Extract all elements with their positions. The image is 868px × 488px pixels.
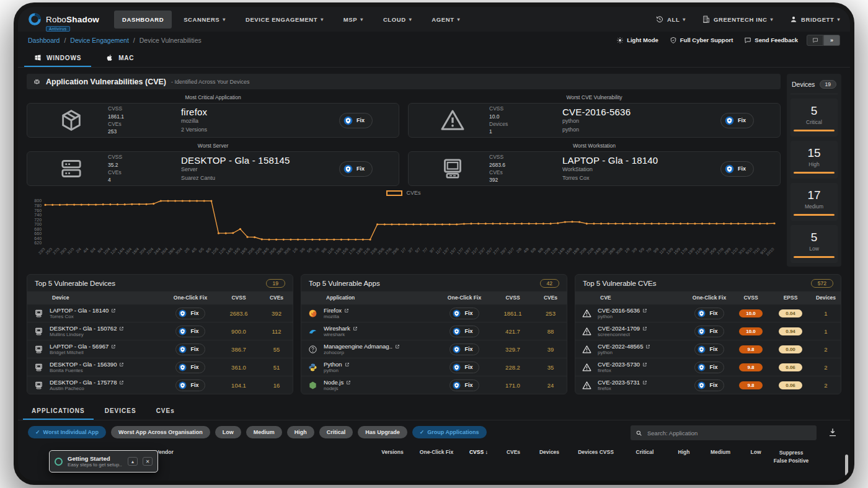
summary-card-icon-wrap — [35, 108, 108, 133]
filter-chip-worst-individual-app[interactable]: ✓Worst Individual App — [28, 426, 106, 438]
nav-item-scanners[interactable]: SCANNERS▾ — [175, 11, 234, 29]
brand-logo[interactable]: RoboShadow Antivirus — [28, 12, 99, 26]
filter-chip-has-upgrade[interactable]: Has Upgrade — [358, 426, 407, 438]
fix-button[interactable]: Fix — [175, 308, 205, 319]
fix-button[interactable]: Fix — [720, 161, 754, 177]
external-icon[interactable] — [344, 308, 349, 313]
nav-item-dashboard[interactable]: DASHBOARD — [114, 11, 172, 29]
nav-item-device-engagement[interactable]: DEVICE ENGAGEMENT▾ — [237, 11, 332, 29]
external-icon[interactable] — [345, 362, 350, 367]
fix-button[interactable]: Fix — [694, 326, 724, 337]
collapse-popup-button[interactable]: ▲ — [128, 457, 138, 466]
external-icon[interactable] — [353, 326, 358, 331]
external-icon[interactable] — [346, 380, 351, 385]
fix-button[interactable]: Fix — [450, 308, 479, 319]
fix-button[interactable]: Fix — [175, 344, 205, 355]
tab-windows[interactable]: WINDOWS — [24, 48, 91, 67]
column-header-cvss[interactable]: CVSS ↓ — [461, 449, 497, 455]
action-full-cyber-support[interactable]: Full Cyber Support — [670, 37, 733, 44]
filter-chip-medium[interactable]: Medium — [246, 426, 282, 438]
column-header-medium[interactable]: Medium — [701, 449, 740, 455]
column-header-versions[interactable]: Versions — [373, 449, 412, 455]
nav-menu-bridgett[interactable]: BRIDGETT▾ — [789, 12, 840, 26]
column-header-devices-cvss[interactable]: Devices CVSS — [569, 449, 623, 455]
fix-button[interactable]: Fix — [694, 379, 724, 391]
nav-menu-greentech-inc[interactable]: GREENTECH INC▾ — [702, 12, 773, 26]
panel-count-badge[interactable]: 42 — [540, 279, 559, 288]
devices-count-badge[interactable]: 19 — [820, 80, 836, 89]
scrollbar-thumb[interactable] — [845, 455, 848, 476]
external-icon[interactable] — [119, 362, 124, 367]
nav-item-cloud[interactable]: CLOUD▾ — [375, 11, 420, 29]
download-icon[interactable] — [828, 427, 838, 437]
fix-button[interactable]: Fix — [450, 344, 479, 355]
filter-chip-high[interactable]: High — [287, 426, 314, 438]
filter-chip-group-applications[interactable]: ✓Group Applications — [412, 426, 487, 438]
external-icon[interactable] — [642, 326, 647, 331]
panel-top-5-vulnerable-cves: Top 5 Vulnerable CVEs572CVEOne-Click Fix… — [575, 274, 841, 394]
nav-item-agent[interactable]: AGENT▾ — [423, 11, 468, 29]
column-header-high[interactable]: High — [666, 449, 701, 455]
filter-chip-low[interactable]: Low — [215, 426, 241, 438]
fix-button[interactable]: Fix — [720, 113, 754, 128]
fix-button[interactable]: Fix — [694, 344, 724, 355]
column-header-cves[interactable]: CVEs — [497, 449, 530, 455]
breadcrumb-device-engagement[interactable]: Device Engagement — [70, 37, 129, 44]
severity-card-medium[interactable]: 17Medium — [790, 183, 838, 221]
fix-button[interactable]: Fix — [175, 326, 205, 337]
svg-text:7/10: 7/10 — [752, 246, 761, 255]
external-icon[interactable] — [119, 380, 124, 385]
fix-button[interactable]: Fix — [339, 161, 373, 177]
fix-button[interactable]: Fix — [339, 113, 373, 128]
fix-button[interactable]: Fix — [450, 362, 479, 373]
fix-button[interactable]: Fix — [694, 308, 724, 319]
filter-chip-worst-app-across-organisation[interactable]: Worst App Across Organisation — [111, 426, 210, 438]
column-header-critical[interactable]: Critical — [623, 449, 666, 455]
tab-mac[interactable]: MAC — [96, 48, 144, 67]
column-header-low[interactable]: Low — [740, 449, 772, 455]
summary-card-stats: CVSS2683.6CVEs392 — [489, 153, 562, 184]
breadcrumb-dashboard[interactable]: Dashboard — [28, 37, 60, 44]
tab-cves[interactable]: CVEs — [148, 402, 184, 420]
filter-chip-critical[interactable]: Critical — [319, 426, 353, 438]
external-icon[interactable] — [642, 308, 647, 313]
severity-card-low[interactable]: 5Low — [790, 225, 838, 263]
fix-button[interactable]: Fix — [175, 362, 205, 373]
column-header-one-click-fix[interactable]: One-Click Fix — [412, 449, 461, 455]
fix-button[interactable]: Fix — [450, 326, 479, 337]
tab-devices[interactable]: DEVICES — [96, 402, 145, 420]
search-input[interactable] — [646, 429, 812, 437]
device-icon — [34, 327, 43, 336]
fix-button[interactable]: Fix — [450, 379, 479, 391]
external-icon[interactable] — [642, 362, 647, 367]
nav-menu-all[interactable]: ALL▾ — [655, 12, 686, 26]
panel-count-badge[interactable]: 19 — [266, 279, 285, 288]
tab-applications[interactable]: APPLICATIONS — [23, 402, 94, 420]
row-name-cell: LAPTOP - Gla - 56967Bridget Mitchell — [50, 343, 164, 355]
severity-card-high[interactable]: 15High — [790, 141, 838, 179]
external-icon[interactable] — [119, 326, 124, 331]
fix-button[interactable]: Fix — [694, 362, 724, 373]
action-send-feedback[interactable]: Send Feedback — [744, 37, 798, 44]
external-icon[interactable] — [642, 380, 647, 385]
external-icon[interactable] — [111, 308, 116, 313]
severity-accent-bar — [794, 256, 835, 258]
svg-text:660: 660 — [34, 231, 42, 236]
external-icon[interactable] — [395, 344, 400, 349]
severity-card-critical[interactable]: 5Critical — [790, 99, 838, 136]
search-box — [631, 425, 817, 440]
nav-item-msp[interactable]: MSP▾ — [335, 11, 371, 29]
column-header-devices[interactable]: Devices — [530, 449, 569, 455]
row-name-text: CVE-2022-48565 — [598, 343, 643, 350]
table-row: FirefoxmozillaFix1861.1253 — [301, 304, 567, 322]
panel-count-badge[interactable]: 572 — [811, 279, 833, 288]
external-icon[interactable] — [645, 344, 650, 349]
action-light-mode[interactable]: Light Mode — [616, 37, 658, 44]
feedback-toggle-button[interactable] — [807, 35, 823, 46]
close-popup-button[interactable]: ✕ — [143, 457, 153, 466]
collapse-panel-button[interactable]: » — [823, 35, 840, 46]
fix-button[interactable]: Fix — [175, 379, 205, 391]
external-icon[interactable] — [111, 344, 116, 349]
column-header-suppress-false-positive[interactable]: Suppress False Positive — [772, 449, 810, 465]
row-subtext: Bridget Mitchell — [50, 350, 161, 355]
